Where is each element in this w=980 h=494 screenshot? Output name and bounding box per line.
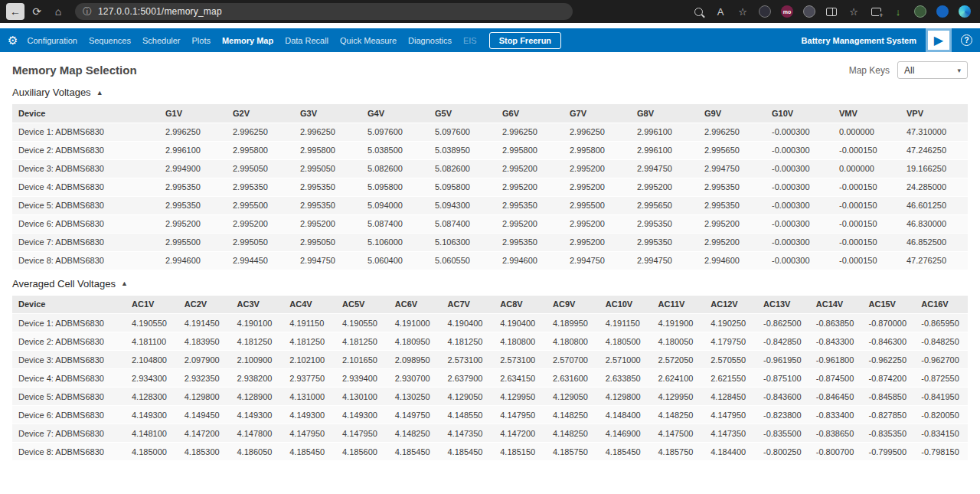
copilot-icon[interactable]	[957, 4, 972, 19]
value-cell: 4.185150	[494, 443, 547, 461]
value-cell: 4.185750	[547, 443, 599, 461]
value-cell: 4.180800	[494, 332, 547, 351]
column-header: G3V	[294, 104, 361, 123]
value-cell: 2.994750	[564, 251, 631, 270]
read-aloud-icon[interactable]: A	[713, 4, 728, 19]
table-row: Device 6: ADBMS68304.1493004.1494504.149…	[12, 406, 968, 424]
device-cell: Device 4: ADBMS6830	[12, 178, 159, 196]
value-cell: -0.865950	[915, 314, 968, 332]
home-button[interactable]: ⌂	[49, 3, 67, 20]
stop-freerun-button[interactable]: Stop Freerun	[489, 32, 561, 49]
collections-icon[interactable]	[868, 4, 884, 19]
value-cell: -0.000150	[833, 178, 900, 196]
extensions-icon[interactable]	[913, 4, 928, 19]
value-cell: -0.962250	[863, 351, 916, 369]
value-cell: 5.106300	[429, 233, 496, 251]
column-header: Device	[12, 296, 126, 314]
nav-item-scheduler[interactable]: Scheduler	[142, 36, 181, 45]
page-header: Memory Map Selection Map Keys All ▾	[12, 61, 968, 79]
column-header: G5V	[429, 104, 496, 123]
extension-badge-glyph	[759, 5, 771, 18]
value-cell: 2.637900	[442, 369, 495, 388]
table-row: Device 5: ADBMS68302.9953502.9955002.995…	[12, 196, 968, 214]
value-cell: 4.131000	[283, 388, 336, 406]
favorites-star-icon[interactable]: ☆	[735, 4, 750, 19]
value-cell: -0.961800	[810, 351, 863, 369]
value-cell: -0.000150	[833, 214, 900, 233]
column-header: AC1V	[126, 296, 178, 314]
url-text: 127.0.0.1:5001/memory_map	[98, 6, 222, 17]
value-cell: 5.097600	[429, 123, 496, 141]
value-cell: -0.000150	[833, 233, 900, 251]
browser-essentials-icon[interactable]	[935, 4, 950, 19]
nav-item-configuration[interactable]: Configuration	[27, 36, 77, 45]
back-button[interactable]: ←	[6, 3, 24, 20]
value-cell: 4.183950	[178, 332, 231, 351]
copilot-glyph	[959, 5, 971, 18]
value-cell: 4.190550	[336, 314, 389, 332]
site-info-icon[interactable]: ⓘ	[83, 5, 92, 18]
value-cell: -0.862500	[757, 314, 810, 332]
value-cell: 2.631600	[547, 369, 599, 388]
avg-cell-voltages-section-toggle[interactable]: Averaged Cell Voltages ▲	[12, 278, 128, 290]
value-cell: -0.846300	[863, 332, 916, 351]
value-cell: 4.180800	[547, 332, 599, 351]
value-cell: 2.994750	[294, 251, 361, 270]
value-cell: 2.932350	[178, 369, 231, 388]
value-cell: 4.148550	[442, 406, 495, 424]
value-cell: 2.573100	[442, 351, 495, 369]
collections-glyph	[871, 8, 881, 16]
aux-voltages-section-toggle[interactable]: Auxiliary Voltages ▲	[12, 87, 103, 98]
value-cell: -0.000150	[833, 196, 900, 214]
nav-item-sequences[interactable]: Sequences	[89, 36, 131, 45]
value-cell: -0.843600	[757, 388, 810, 406]
nav-item-data-recall[interactable]: Data Recall	[285, 36, 328, 45]
value-cell: 4.148250	[389, 424, 442, 443]
nav-item-quick-measure[interactable]: Quick Measure	[340, 36, 397, 45]
value-cell: 4.148250	[652, 406, 705, 424]
value-cell: -0.846450	[810, 388, 863, 406]
value-cell: 2.995200	[698, 214, 766, 233]
column-header: AC9V	[547, 296, 599, 314]
extension-badge-icon[interactable]	[757, 4, 773, 19]
value-cell: 2.995050	[294, 159, 361, 178]
value-cell: 2.621550	[704, 369, 757, 388]
address-bar[interactable]: ⓘ 127.0.0.1:5001/memory_map	[75, 3, 573, 20]
value-cell: 4.147950	[494, 406, 547, 424]
refresh-button[interactable]: ⟳	[28, 3, 46, 20]
main-content: Memory Map Selection Map Keys All ▾ Auxi…	[0, 52, 980, 461]
value-cell: -0.823800	[757, 406, 810, 424]
settings-gear-icon[interactable]: ⚙	[8, 34, 18, 47]
value-cell: 2.995800	[294, 141, 361, 159]
table-row: Device 3: ADBMS68302.1048002.0979002.100…	[12, 351, 968, 369]
value-cell: -0.962700	[915, 351, 968, 369]
value-cell: 4.189950	[547, 314, 599, 332]
map-keys-select[interactable]: All ▾	[897, 61, 968, 79]
run-button[interactable]: ▶	[926, 28, 952, 52]
profile-avatar[interactable]: mo	[779, 4, 795, 19]
nav-item-memory-map[interactable]: Memory Map	[222, 36, 273, 45]
nav-item-diagnostics[interactable]: Diagnostics	[408, 36, 452, 45]
downloads-icon[interactable]: ↓	[890, 4, 906, 19]
value-cell: 2.994750	[631, 159, 698, 178]
column-header: G8V	[631, 104, 698, 123]
collapse-triangle-icon: ▲	[96, 89, 103, 97]
column-header: AC6V	[389, 296, 442, 314]
favorites-bar-icon[interactable]: ☆	[846, 4, 861, 19]
value-cell: 4.149450	[178, 406, 231, 424]
value-cell: 2.937750	[283, 369, 336, 388]
value-cell: 2.633850	[599, 369, 652, 388]
value-cell: 5.087400	[361, 214, 429, 233]
value-cell: 2.097900	[178, 351, 231, 369]
value-cell: 2.995350	[698, 196, 766, 214]
nav-item-eis[interactable]: EIS	[463, 36, 477, 45]
nav-item-plots[interactable]: Plots	[191, 36, 210, 45]
value-cell: 2.994600	[496, 251, 564, 270]
help-icon[interactable]: ?	[961, 34, 972, 46]
column-header: AC15V	[863, 296, 916, 314]
zoom-icon[interactable]	[691, 4, 706, 19]
split-screen-icon[interactable]	[824, 4, 839, 19]
column-header: AC14V	[810, 296, 863, 314]
value-cell: -0.874200	[863, 369, 916, 388]
extension-ghost-icon[interactable]	[802, 4, 817, 19]
